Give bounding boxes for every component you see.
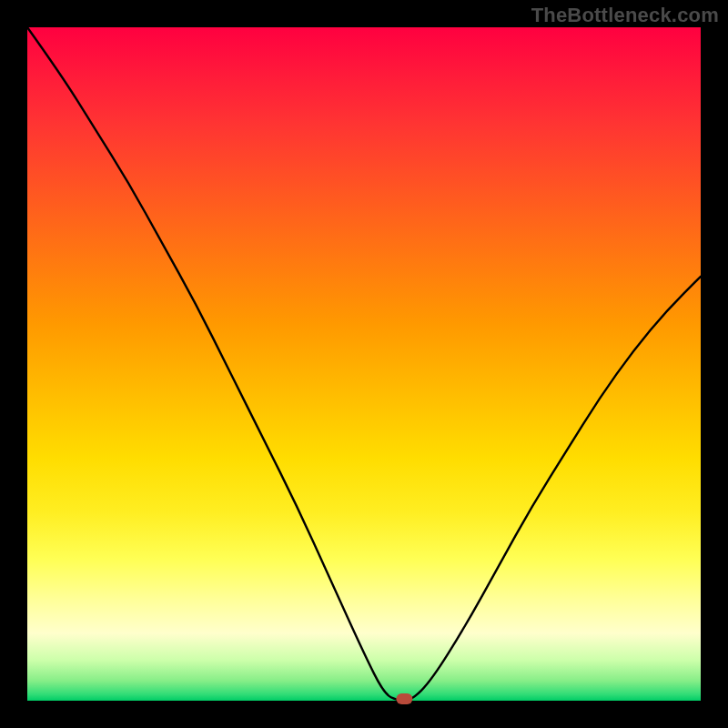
chart-frame: TheBottleneck.com bbox=[0, 0, 728, 728]
curve-layer bbox=[27, 27, 701, 701]
minimum-marker bbox=[396, 693, 412, 704]
watermark-label: TheBottleneck.com bbox=[531, 4, 719, 27]
bottleneck-curve bbox=[27, 27, 701, 701]
plot-area bbox=[27, 27, 701, 701]
